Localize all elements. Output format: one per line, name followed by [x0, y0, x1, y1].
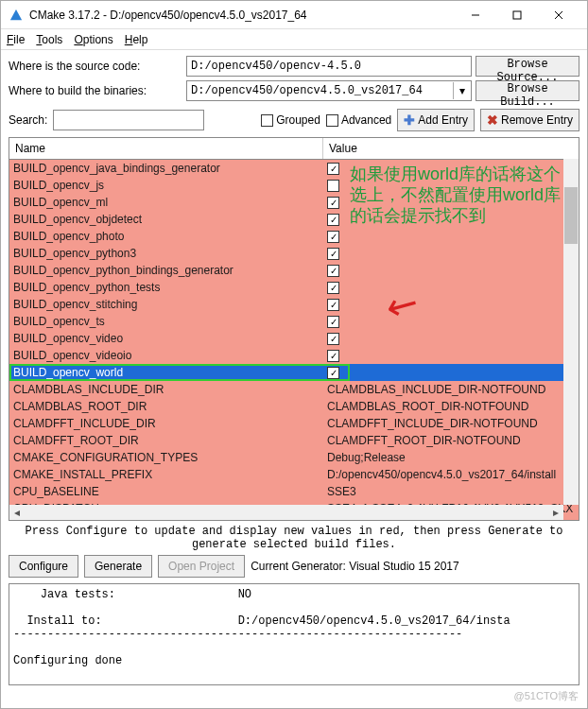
checkbox[interactable]: ✓ [327, 163, 339, 175]
cell-value[interactable]: ✓ [323, 197, 579, 209]
table-row[interactable]: CMAKE_CONFIGURATION_TYPESDebug;Release [9, 449, 579, 466]
configure-button[interactable]: Configure [9, 555, 78, 578]
watermark: @51CTO博客 [514, 689, 579, 703]
window-titlebar: CMake 3.17.2 - D:/opencv450/opencv4.5.0_… [1, 1, 587, 29]
cell-value[interactable]: CLAMDFFT_ROOT_DIR-NOTFOUND [323, 434, 579, 447]
cell-name: CLAMDFFT_ROOT_DIR [9, 434, 323, 447]
maximize-button[interactable] [496, 2, 538, 28]
checkbox[interactable]: ✓ [327, 299, 339, 311]
table-row[interactable]: BUILD_opencv_python_tests✓ [9, 279, 579, 296]
menu-options[interactable]: Options [74, 33, 112, 46]
generate-button[interactable]: Generate [84, 555, 152, 578]
cell-value[interactable]: ✓ [323, 299, 579, 311]
cell-name: BUILD_opencv_ts [9, 315, 323, 328]
cell-name: BUILD_opencv_video [9, 332, 323, 345]
cell-name: CLAMDBLAS_INCLUDE_DIR [9, 383, 323, 396]
cell-value[interactable]: ✓ [323, 214, 579, 226]
cell-value[interactable]: Debug;Release [323, 451, 579, 464]
checkbox[interactable]: ✓ [327, 231, 339, 243]
checkbox[interactable]: ✓ [327, 282, 339, 294]
cell-value[interactable]: ✓ [323, 316, 579, 328]
column-header-name[interactable]: Name [9, 138, 323, 159]
minimize-button[interactable] [455, 2, 496, 28]
cell-name: BUILD_opencv_python3 [9, 247, 323, 260]
output-log[interactable]: Java tests: NO Install to: D:/opencv450/… [9, 583, 579, 685]
cell-name: BUILD_opencv_ml [9, 196, 323, 209]
checkbox[interactable]: ✓ [327, 197, 339, 209]
column-header-value[interactable]: Value [323, 138, 579, 159]
cell-name: BUILD_opencv_java_bindings_generator [9, 162, 323, 175]
search-label: Search: [9, 113, 47, 127]
advanced-checkbox[interactable]: Advanced [326, 113, 391, 127]
cell-value[interactable]: CLAMDFFT_INCLUDE_DIR-NOTFOUND [323, 417, 579, 430]
table-row[interactable]: BUILD_opencv_python3✓ [9, 245, 579, 262]
cell-value[interactable]: ✓ [323, 350, 579, 362]
cell-value[interactable]: ✓ [323, 282, 579, 294]
checkbox[interactable]: ✓ [327, 265, 339, 277]
plus-icon: ✚ [404, 112, 415, 128]
cell-value[interactable]: ✓ [323, 163, 579, 175]
checkbox[interactable]: ✓ [327, 367, 339, 379]
search-input[interactable] [53, 110, 204, 130]
cell-value[interactable]: SSE3 [323, 485, 579, 498]
menu-bar: File Tools Options Help [1, 29, 587, 50]
cell-value[interactable]: ✓ [323, 367, 579, 379]
build-path-input[interactable] [186, 80, 472, 101]
vertical-scrollbar[interactable] [563, 159, 579, 505]
source-label: Where is the source code: [9, 60, 182, 73]
checkbox[interactable]: ✓ [327, 316, 339, 328]
cell-name: CMAKE_CONFIGURATION_TYPES [9, 451, 323, 464]
table-row[interactable]: CMAKE_INSTALL_PREFIXD:/opencv450/opencv4… [9, 466, 579, 483]
cell-name: CMAKE_INSTALL_PREFIX [9, 468, 323, 481]
checkbox[interactable] [327, 180, 339, 192]
cell-value[interactable]: ✓ [323, 333, 579, 345]
table-row[interactable]: BUILD_opencv_ts✓ [9, 313, 579, 330]
checkbox[interactable]: ✓ [327, 248, 339, 260]
menu-tools[interactable]: Tools [36, 33, 62, 46]
cache-table: Name Value BUILD_opencv_java_bindings_ge… [9, 137, 579, 521]
x-icon: ✖ [487, 112, 498, 128]
browse-source-button[interactable]: Browse Source... [476, 56, 579, 77]
checkbox[interactable]: ✓ [327, 214, 339, 226]
cell-value[interactable]: CLAMDBLAS_INCLUDE_DIR-NOTFOUND [323, 383, 579, 396]
table-row[interactable]: BUILD_opencv_photo✓ [9, 228, 579, 245]
table-row[interactable]: BUILD_opencv_js [9, 177, 579, 194]
cell-value[interactable]: CLAMDBLAS_ROOT_DIR-NOTFOUND [323, 400, 579, 413]
cell-name: BUILD_opencv_python_bindings_generator [9, 264, 323, 277]
horizontal-scrollbar[interactable]: ◂▸ [9, 505, 563, 520]
cell-name: CLAMDBLAS_ROOT_DIR [9, 400, 323, 413]
menu-file[interactable]: File [7, 33, 25, 46]
table-row[interactable]: BUILD_opencv_python_bindings_generator✓ [9, 262, 579, 279]
table-row[interactable]: BUILD_opencv_objdetect✓ [9, 211, 579, 228]
cell-value[interactable]: ✓ [323, 248, 579, 260]
table-row[interactable]: BUILD_opencv_video✓ [9, 330, 579, 347]
menu-help[interactable]: Help [125, 33, 148, 46]
cell-value[interactable]: ✓ [323, 231, 579, 243]
checkbox[interactable]: ✓ [327, 333, 339, 345]
checkbox[interactable]: ✓ [327, 350, 339, 362]
table-row[interactable]: BUILD_opencv_world✓ [9, 364, 579, 381]
cell-name: BUILD_opencv_objdetect [9, 213, 323, 226]
close-button[interactable] [538, 2, 579, 28]
table-row[interactable]: CLAMDFFT_INCLUDE_DIRCLAMDFFT_INCLUDE_DIR… [9, 415, 579, 432]
table-row[interactable]: CLAMDFFT_ROOT_DIRCLAMDFFT_ROOT_DIR-NOTFO… [9, 432, 579, 449]
table-row[interactable]: CPU_BASELINESSE3 [9, 483, 579, 500]
table-row[interactable]: CLAMDBLAS_INCLUDE_DIRCLAMDBLAS_INCLUDE_D… [9, 381, 579, 398]
add-entry-button[interactable]: ✚Add Entry [397, 109, 475, 131]
table-row[interactable]: BUILD_opencv_videoio✓ [9, 347, 579, 364]
remove-entry-button[interactable]: ✖Remove Entry [480, 109, 579, 131]
source-path-input[interactable] [186, 56, 472, 77]
table-row[interactable]: BUILD_opencv_java_bindings_generator✓ [9, 160, 579, 177]
table-row[interactable]: CLAMDBLAS_ROOT_DIRCLAMDBLAS_ROOT_DIR-NOT… [9, 398, 579, 415]
cell-name: CLAMDFFT_INCLUDE_DIR [9, 417, 323, 430]
cell-value[interactable] [323, 180, 579, 192]
table-row[interactable]: BUILD_opencv_ml✓ [9, 194, 579, 211]
table-row[interactable]: BUILD_opencv_stitching✓ [9, 296, 579, 313]
cell-name: BUILD_opencv_world [9, 366, 323, 379]
chevron-down-icon[interactable]: ▾ [453, 82, 470, 99]
browse-build-button[interactable]: Browse Build... [476, 80, 579, 101]
cell-value[interactable]: ✓ [323, 265, 579, 277]
open-project-button: Open Project [158, 555, 245, 578]
grouped-checkbox[interactable]: Grouped [261, 113, 320, 127]
cell-value[interactable]: D:/opencv450/opencv4.5.0_vs2017_64/insta… [323, 468, 579, 481]
